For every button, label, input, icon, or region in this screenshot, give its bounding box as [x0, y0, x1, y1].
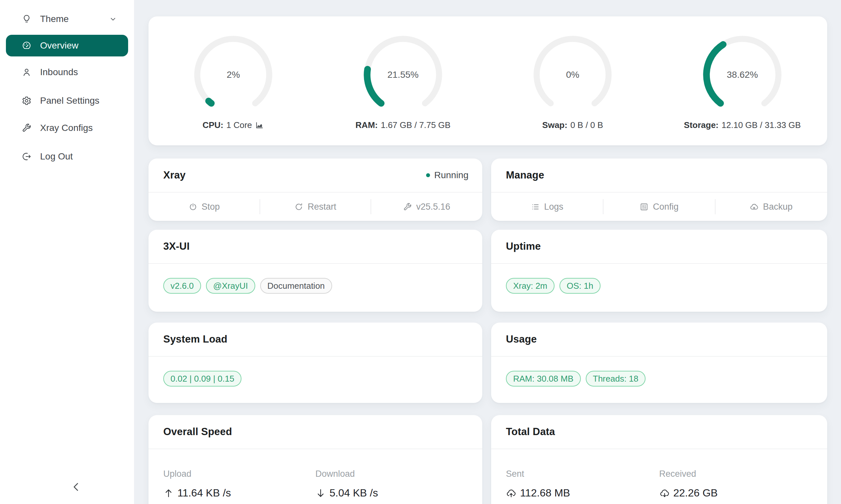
xray-card-title: Xray [163, 169, 186, 181]
stat-label: Received [659, 469, 813, 479]
gauge-label: Storage: 12.10 GB / 31.33 GB [684, 120, 801, 130]
cloud-upload-icon [506, 488, 516, 499]
total-data-card: Total Data Sent112.68 MBReceived22.26 GB [491, 415, 827, 504]
logs-button-label: Logs [544, 202, 563, 212]
badge-xray-2m: Xray: 2m [506, 278, 554, 294]
sidebar-item-inbounds[interactable]: Inbounds [0, 61, 134, 83]
gauge-swap: 0%Swap: 0 B / 0 B [488, 16, 658, 145]
chevron-left-icon[interactable] [70, 481, 83, 493]
total-data-stats: Sent112.68 MBReceived22.26 GB [491, 469, 827, 499]
stat-upload: Upload11.64 KB /s [163, 469, 315, 499]
bulb-icon [22, 14, 32, 24]
stat-value-text: 11.64 KB /s [177, 487, 231, 499]
badge-0-02-0-09-0-15: 0.02 | 0.09 | 0.15 [163, 371, 241, 386]
usage-card: Usage RAM: 30.08 MBThreads: 18 [491, 323, 827, 403]
backup-button[interactable]: Backup [715, 193, 827, 221]
gauge-percent: 38.62% [701, 34, 784, 116]
badge-os-1h: OS: 1h [560, 278, 601, 294]
sidebar-item-label: Log Out [40, 151, 73, 162]
sidebar-item-log-out[interactable]: Log Out [0, 146, 134, 167]
restart-button-label: Restart [308, 202, 336, 212]
status-label: Running [434, 170, 468, 180]
system-load-card: System Load 0.02 | 0.09 | 0.15 [149, 323, 482, 403]
config-button-label: Config [653, 202, 679, 212]
reload-icon [294, 202, 303, 211]
gauge-label-value: 1 Core [226, 120, 252, 130]
sidebar-item-label: Inbounds [40, 67, 78, 77]
gauge-ram: 21.55%RAM: 1.67 GB / 7.75 GB [318, 16, 488, 145]
gauges-row: 2%CPU: 1 Core21.55%RAM: 1.67 GB / 7.75 G… [149, 16, 827, 145]
xray-card: Xray Running StopRestartv25.5.16 [149, 159, 482, 221]
stat-value: 112.68 MB [506, 487, 659, 499]
gauge-cpu: 2%CPU: 1 Core [149, 16, 318, 145]
stat-download: Download5.04 KB /s [315, 469, 467, 499]
dashboard-icon [22, 41, 32, 51]
sidebar-item-label: Xray Configs [40, 123, 93, 133]
divider [149, 449, 482, 449]
sidebar-item-xray-configs[interactable]: Xray Configs [0, 117, 134, 139]
gauge-percent: 21.55% [362, 34, 445, 116]
gauge-storage: 38.62%Storage: 12.10 GB / 31.33 GB [658, 16, 827, 145]
gauge-label: Swap: 0 B / 0 B [543, 120, 603, 130]
gauge-label-value: 0 B / 0 B [570, 120, 603, 130]
system-load-badges: 0.02 | 0.09 | 0.15 [149, 357, 482, 401]
manage-card: Manage LogsConfigBackup [491, 159, 827, 221]
gauge-label-key: Swap: [543, 120, 568, 130]
gauge-label: CPU: 1 Core [202, 120, 264, 130]
uptime-badges: Xray: 2mOS: 1h [491, 264, 827, 308]
divider [491, 449, 827, 449]
list-icon [531, 202, 540, 211]
system-status-card: 2%CPU: 1 Core21.55%RAM: 1.67 GB / 7.75 G… [149, 16, 827, 145]
badge-xrayui: @XrayUI [206, 278, 255, 294]
gauge-ring: 2% [192, 34, 275, 116]
arrow-down-icon [315, 488, 326, 499]
total-data-card-title: Total Data [506, 426, 555, 438]
xui-badges: v2.6.0@XrayUIDocumentation [149, 264, 482, 308]
cloud-download-icon [659, 488, 670, 499]
sidebar-collapse-button[interactable] [64, 478, 88, 496]
badge-ram-30-08-mb: RAM: 30.08 MB [506, 371, 581, 386]
usage-badges: RAM: 30.08 MBThreads: 18 [491, 357, 827, 401]
stat-value: 5.04 KB /s [315, 487, 467, 499]
usage-card-title: Usage [506, 334, 537, 345]
manage-card-title: Manage [506, 169, 544, 181]
chart-icon[interactable] [255, 121, 264, 130]
overall-speed-card-title: Overall Speed [163, 426, 232, 438]
version-button[interactable]: v25.5.16 [371, 193, 482, 221]
badge-threads-18: Threads: 18 [586, 371, 646, 386]
gauge-label-key: CPU: [202, 120, 223, 130]
gauge-percent: 2% [192, 34, 275, 116]
wrench-icon [403, 202, 412, 211]
sidebar-item-panel-settings[interactable]: Panel Settings [0, 90, 134, 111]
cloud-icon [750, 202, 758, 211]
stat-label: Upload [163, 469, 315, 479]
sidebar: ThemeOverviewInboundsPanel SettingsXray … [0, 0, 134, 504]
sidebar-item-theme[interactable]: Theme [0, 8, 134, 30]
stat-value-text: 5.04 KB /s [329, 487, 378, 499]
gauge-percent: 0% [531, 34, 614, 116]
manage-actions: LogsConfigBackup [491, 193, 827, 221]
gauge-label-value: 12.10 GB / 31.33 GB [721, 120, 801, 130]
sidebar-item-overview[interactable]: Overview [6, 35, 128, 56]
user-icon [22, 67, 32, 77]
gauge-ring: 0% [531, 34, 614, 116]
gauge-label-value: 1.67 GB / 7.75 GB [381, 120, 450, 130]
xui-card-title: 3X-UI [163, 240, 190, 252]
restart-button[interactable]: Restart [260, 193, 371, 221]
stat-sent: Sent112.68 MB [506, 469, 659, 499]
stop-button[interactable]: Stop [149, 193, 260, 221]
chevron-down-icon [109, 15, 117, 23]
badge-documentation[interactable]: Documentation [260, 278, 332, 294]
version-button-label: v25.5.16 [416, 202, 450, 212]
config-button[interactable]: Config [603, 193, 715, 221]
system-load-card-title: System Load [163, 334, 227, 345]
status-dot [426, 173, 430, 177]
gauge-ring: 38.62% [701, 34, 784, 116]
gauge-ring: 21.55% [362, 34, 445, 116]
sidebar-item-label: Overview [40, 40, 79, 51]
gauge-label-key: Storage: [684, 120, 719, 130]
sidebar-item-label: Panel Settings [40, 95, 100, 106]
sliders-icon [640, 202, 649, 211]
logs-button[interactable]: Logs [491, 193, 603, 221]
gear-icon [22, 96, 32, 106]
